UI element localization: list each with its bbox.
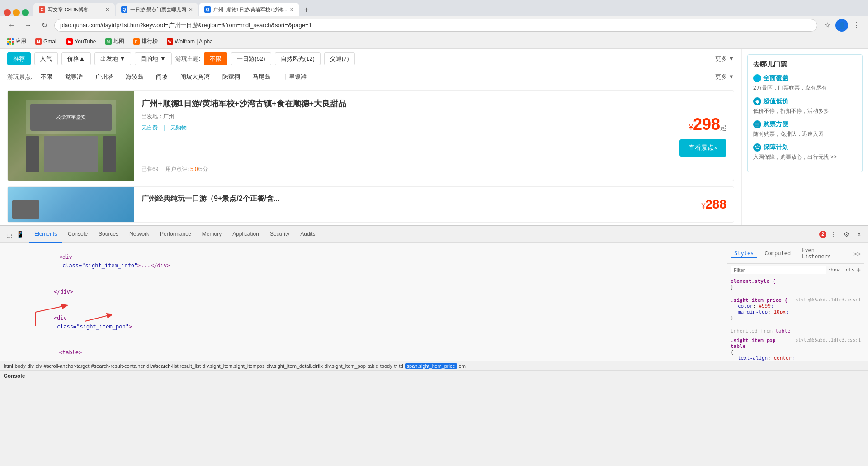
browser-tab-3[interactable]: Q 广州+顺德1日游/黄埔军校+沙湾... × <box>199 3 299 16</box>
devtools-left-icons: ⬚ 📱 <box>4 229 25 240</box>
address-bar-right: ☆ 👤 ⋮ <box>821 19 863 32</box>
inspect-icon[interactable]: ⬚ <box>4 229 14 240</box>
menu-button[interactable]: ⋮ <box>850 19 863 32</box>
tabs-bar: C 写文章-CSDN博客 × Q 一日游,景点门票去哪儿网 × Q 广州+顺德1… <box>0 0 868 16</box>
close-button[interactable] <box>4 9 11 16</box>
view-spots-button-1[interactable]: 查看景点» <box>679 139 726 157</box>
devtools-tab-elements[interactable]: Elements <box>29 226 62 243</box>
spot-1[interactable]: 觉寨浒 <box>61 72 87 82</box>
css-rule-price-close: } <box>731 315 861 321</box>
spot-5[interactable]: 闸坡大角湾 <box>176 72 214 82</box>
browser-tab-2[interactable]: Q 一日游,景点门票去哪儿网 × <box>116 3 198 16</box>
tab-close-3[interactable]: × <box>290 6 293 13</box>
devtools-tab-audits[interactable]: Audits <box>295 226 321 243</box>
devtools-tab-memory[interactable]: Memory <box>197 226 227 243</box>
bc-tr[interactable]: tr <box>394 363 397 369</box>
bookmark-gmail[interactable]: M Gmail <box>32 38 61 46</box>
sidebar-item-price: ◆ 超值低价 低价不停，折扣不停，活动多多 <box>753 97 857 115</box>
devtools-close-icon[interactable]: × <box>854 229 864 240</box>
spot-3[interactable]: 海陵岛 <box>121 72 148 82</box>
forward-button[interactable]: → <box>22 19 34 32</box>
maximize-button[interactable] <box>22 9 29 16</box>
bc-detail[interactable]: div.sight_item_detail.clrfix <box>266 363 323 369</box>
browser-tab-1[interactable]: C 写文章-CSDN博客 × <box>33 3 115 16</box>
product-tag-1a: 无自费 <box>142 124 158 132</box>
css-source-pop: style@65a5d..1dfe3.css:1 <box>796 338 861 349</box>
console-label[interactable]: Console <box>4 373 25 379</box>
bc-div2[interactable]: div <box>36 363 42 369</box>
css-tab-styles[interactable]: Styles <box>731 249 757 258</box>
css-prop-margin: margin-top: 10px; <box>731 309 789 315</box>
css-tab-events[interactable]: Event Listeners <box>798 246 848 262</box>
account-button[interactable]: 👤 <box>835 19 848 32</box>
bookmark-maps[interactable]: M 地图 <box>102 37 128 46</box>
bookmark-youtube[interactable]: ▶ YouTube <box>63 38 99 46</box>
product-tag-1b: 无购物 <box>170 124 187 132</box>
spot-nolimit[interactable]: 不限 <box>36 72 57 82</box>
product-info-2: 广州经典纯玩一口游（9+景点/2个正餐/含... <box>134 187 661 222</box>
spot-8[interactable]: 十里银滩 <box>278 72 311 82</box>
filter-recommended[interactable]: 推荐 <box>7 52 31 65</box>
spot-7[interactable]: 马尾岛 <box>248 72 275 82</box>
filter-more[interactable]: 更多 ▼ <box>715 55 734 63</box>
filter-price[interactable]: 价格▲ <box>61 52 91 65</box>
bc-html[interactable]: html <box>4 363 13 369</box>
devtools-tab-performance[interactable]: Performance <box>155 226 197 243</box>
filter-oneday[interactable]: 一日游(52) <box>231 52 271 65</box>
filter-nature[interactable]: 自然风光(12) <box>275 52 321 65</box>
tab-close-1[interactable]: × <box>106 6 109 13</box>
css-add-btn[interactable]: + <box>856 266 861 274</box>
bc-span-price[interactable]: span.sight_item_price <box>405 363 457 369</box>
devtools-tab-console[interactable]: Console <box>62 226 93 243</box>
reload-button[interactable]: ↻ <box>38 19 51 32</box>
devtools-more-icon[interactable]: ⋮ <box>828 229 839 240</box>
tab-close-2[interactable]: × <box>189 6 193 13</box>
devtools-tab-sources[interactable]: Sources <box>93 226 124 243</box>
bc-body[interactable]: body <box>15 363 26 369</box>
bc-table[interactable]: table <box>368 363 378 369</box>
devtools-tab-application[interactable]: Application <box>227 226 264 243</box>
devtools-tab-network[interactable]: Network <box>124 226 155 243</box>
bc-tbody[interactable]: tbody <box>380 363 392 369</box>
bc-em[interactable]: em <box>459 363 466 369</box>
spot-6[interactable]: 陈家祠 <box>218 72 245 82</box>
sub-filter-more[interactable]: 更多 ▼ <box>715 73 734 81</box>
bookmark-rank[interactable]: P 排行榜 <box>130 37 161 46</box>
bc-div1[interactable]: div <box>28 363 34 369</box>
filter-transport[interactable]: 交通(7) <box>324 52 355 65</box>
product-rating-label: 用户点评: 5.0/5分 <box>165 166 208 173</box>
css-filter-input[interactable] <box>731 266 826 274</box>
filter-dest[interactable]: 目的地 ▼ <box>135 52 171 65</box>
filter-nolimit[interactable]: 不限 <box>204 52 227 65</box>
back-button[interactable]: ← <box>5 19 18 32</box>
devtools-tab-security[interactable]: Security <box>264 226 295 243</box>
bc-td[interactable]: td <box>399 363 403 369</box>
css-pseudo-btn[interactable]: :hov .cls <box>828 267 855 273</box>
bookmark-wolfram-label: Wolfram | Alpha... <box>175 38 217 45</box>
dom-tag2: </div> <box>54 289 73 295</box>
css-panel-more[interactable]: >> <box>853 250 861 257</box>
new-tab-button[interactable]: + <box>300 4 313 16</box>
dom-tag3: <div <box>54 315 67 321</box>
spot-2[interactable]: 广州塔 <box>91 72 118 82</box>
bookmark-apps[interactable]: 应用 <box>4 37 30 46</box>
bc-result[interactable]: #search-result-container <box>91 363 145 369</box>
bookmark-wolfram[interactable]: W Wolfram | Alpha... <box>163 38 221 46</box>
devtools-settings-icon[interactable]: ⚙ <box>841 229 852 240</box>
filter-origin[interactable]: 出发地 ▼ <box>94 52 131 65</box>
device-icon[interactable]: 📱 <box>14 229 25 240</box>
bc-list[interactable]: div#search-list.result_list <box>146 363 201 369</box>
bc-item[interactable]: div.sight_item.sight_itempos <box>203 363 264 369</box>
bc-scroll[interactable]: #scroll-anchor-target <box>44 363 90 369</box>
product-price-2: 288 <box>705 197 726 212</box>
spot-4[interactable]: 闸坡 <box>151 72 172 82</box>
sidebar-box: 去哪儿门票 🌐 全面覆盖 2万景区，门票联票，应有尽有 ◆ 超值低价 低价不停，… <box>747 54 863 172</box>
bc-pop[interactable]: div.sight_item_pop <box>325 363 366 369</box>
filter-popular[interactable]: 人气 <box>34 52 58 65</box>
dom-tag: <div <box>59 254 72 260</box>
css-brace-1: } <box>731 284 734 290</box>
minimize-button[interactable] <box>13 9 20 16</box>
bookmark-button[interactable]: ☆ <box>821 19 834 32</box>
css-tab-computed[interactable]: Computed <box>761 249 794 258</box>
url-input[interactable] <box>54 19 817 32</box>
